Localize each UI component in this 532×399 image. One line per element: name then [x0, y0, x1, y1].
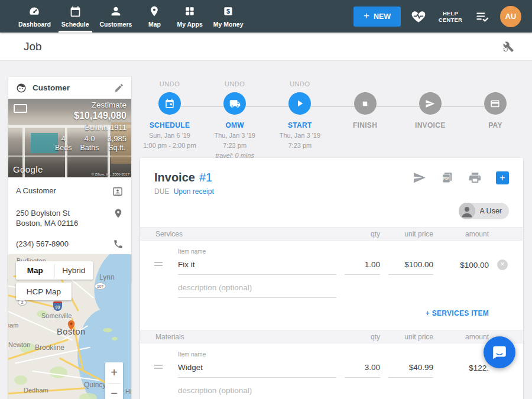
stage-finish: FINISH [336, 80, 395, 160]
nav-label-schedule: Schedule [61, 21, 89, 28]
due-label: DUE [154, 187, 169, 196]
delete-service-item-button[interactable]: × [497, 259, 508, 270]
nav-item-my-apps[interactable]: My Apps [171, 0, 207, 33]
map-type-map-button[interactable]: Map [16, 261, 54, 280]
zestimate-value: $10,149,080 [55, 111, 126, 121]
job-timeline: UNDO SCHEDULE Sun, Jan 6 '19 1:00 pm - 2… [140, 80, 525, 154]
map-card[interactable]: 107 2 93 Burlington Lynn Somerville Bost… [8, 254, 131, 399]
title-bar: Job [0, 33, 532, 61]
add-services-item-link[interactable]: + SERVICES ITEM [426, 309, 489, 317]
print-icon[interactable] [468, 171, 482, 184]
materials-section-title: Materials [154, 333, 336, 341]
stage-invoice: INVOICE [401, 80, 460, 160]
services-section-title: Services [154, 230, 336, 238]
checklist-icon[interactable] [475, 9, 490, 24]
chat-fab-button[interactable] [484, 336, 515, 368]
job-tools-icon[interactable] [501, 40, 515, 54]
stage-date: Thu, Jan 3 '19 [280, 131, 320, 140]
stage-time: 7:23 pm [223, 141, 246, 150]
zestimate-overlay: Zestimate $10,149,080 Built in 1911 4 Be… [55, 100, 126, 152]
unit-price-column-header: unit price [388, 230, 433, 238]
phone-icon[interactable] [113, 239, 124, 249]
location-pin-icon[interactable] [113, 208, 124, 228]
map-type-hybrid-button[interactable]: Hybrid [55, 261, 93, 280]
material-description-row [140, 379, 523, 399]
pdf-icon[interactable]: PDF [440, 171, 454, 184]
map-label-lynn: Lynn [99, 273, 115, 281]
map-label-hingham: Hi [125, 388, 131, 395]
omw-stage-button[interactable] [223, 92, 246, 115]
map-label-quincy: Quincy [84, 381, 106, 389]
stage-date: Thu, Jan 3 '19 [215, 131, 255, 140]
help-center-link[interactable]: HELP CENTER [436, 10, 465, 23]
start-stage-button[interactable] [288, 92, 311, 115]
customer-address-row: 250 Boylston St Boston, MA 02116 [8, 203, 131, 233]
pay-stage-button[interactable] [484, 92, 507, 115]
zoom-out-button[interactable]: − [105, 384, 123, 399]
nav-item-map[interactable]: Map [137, 0, 171, 33]
customer-name: A Customer [16, 186, 56, 197]
svg-text:PDF: PDF [443, 177, 450, 180]
finish-stage-button[interactable] [354, 92, 377, 115]
invoice-card: Invoice #1 PDF + DUE Upon receipt [140, 158, 523, 399]
photo-detail [31, 133, 58, 153]
edit-pencil-icon[interactable] [114, 83, 124, 93]
customer-card: Customer Zestimate $10,149,080 Built in … [8, 77, 131, 283]
stage-start: UNDO START Thu, Jan 3 '19 7:23 pm [270, 80, 329, 160]
built-year: Built in 1911 [55, 123, 126, 132]
assigned-user-chip[interactable]: A User [459, 203, 509, 219]
streetview-toggle-icon[interactable] [14, 104, 27, 113]
nav-item-customers[interactable]: Customers [95, 0, 138, 33]
heart-pulse-icon[interactable] [411, 9, 426, 24]
service-description-input[interactable] [178, 276, 336, 298]
service-qty-input[interactable] [345, 260, 380, 275]
new-button[interactable]: + NEW [353, 7, 401, 27]
material-unit-price-input[interactable] [388, 363, 433, 378]
schedule-stage-button[interactable] [158, 92, 181, 115]
material-qty-input[interactable] [345, 363, 380, 378]
nav-item-my-money[interactable]: $ My Money [208, 0, 249, 33]
stage-label: PAY [488, 121, 502, 129]
contact-card-icon[interactable] [112, 186, 124, 197]
service-name-input[interactable] [178, 260, 336, 275]
stage-label: FINISH [353, 121, 377, 129]
nav-item-dashboard[interactable]: Dashboard [13, 0, 56, 33]
invoice-header: Invoice #1 PDF + DUE Upon receipt [140, 158, 523, 219]
item-name-label: Item name [178, 351, 336, 358]
invoice-stage-button[interactable] [419, 92, 442, 115]
hcp-map-button[interactable]: HCP Map [16, 283, 72, 300]
material-description-input[interactable] [178, 379, 336, 399]
service-amount: $100.00 [442, 261, 489, 275]
beds-label: Beds [55, 144, 72, 152]
unit-price-column-header: unit price [388, 333, 433, 341]
customer-phone-row: (234) 567-8900 [8, 233, 131, 255]
nav-label-my-apps: My Apps [177, 21, 202, 28]
send-invoice-icon[interactable] [413, 171, 426, 184]
map-pin-icon [148, 4, 160, 18]
due-terms-link[interactable]: Upon receipt [174, 187, 214, 196]
nav-label-customers: Customers [100, 21, 132, 28]
zoom-in-button[interactable]: + [105, 362, 123, 383]
add-invoice-button[interactable]: + [496, 171, 509, 184]
chat-bubble-icon [491, 343, 508, 361]
property-stats: 4 Beds 4.0 Baths 3,985 Sq.ft. [55, 134, 126, 152]
undo-omw-button[interactable]: UNDO [225, 80, 245, 92]
customer-card-header: Customer [8, 77, 131, 99]
nav-right-cluster: + NEW HELP CENTER AU [353, 0, 532, 33]
stage-label: INVOICE [415, 121, 445, 129]
undo-schedule-button[interactable]: UNDO [160, 80, 180, 92]
svg-text:$: $ [226, 8, 230, 15]
drag-handle-icon[interactable] [154, 260, 170, 275]
nav-item-schedule[interactable]: Schedule [56, 0, 95, 33]
nav-label-map: Map [148, 21, 161, 28]
material-name-input[interactable] [178, 363, 336, 378]
user-avatar[interactable]: AU [500, 6, 521, 27]
map-type-control: Map Hybrid [16, 261, 93, 280]
drag-handle-icon[interactable] [154, 363, 170, 378]
job-location-pin[interactable] [67, 320, 75, 330]
undo-start-button[interactable]: UNDO [290, 80, 310, 92]
amount-column-header: amount [442, 230, 489, 238]
map-label-ham: ham [8, 322, 18, 329]
service-unit-price-input[interactable] [388, 260, 433, 275]
address-line2: Boston, MA 02116 [16, 219, 78, 228]
